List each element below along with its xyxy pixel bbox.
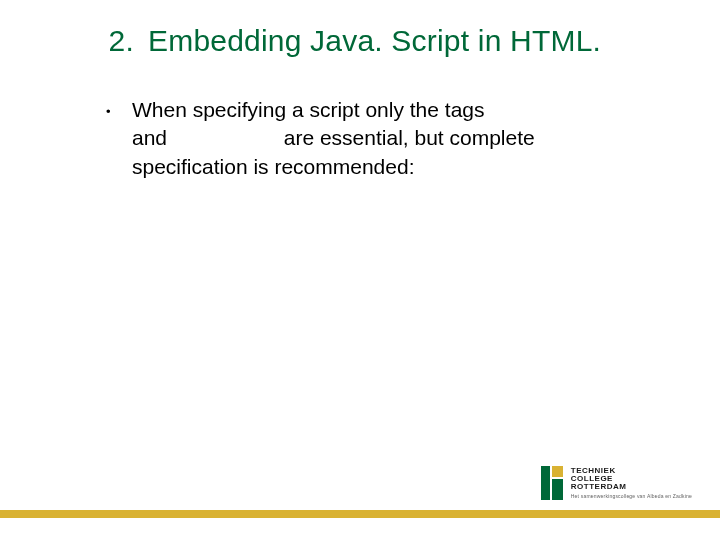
body-line-2b: are essential, but complete — [284, 126, 535, 149]
body-line-2: and are essential, but complete — [132, 124, 602, 152]
body-line-3: specification is recommended: — [132, 153, 602, 181]
institution-logo: TECHNIEK COLLEGE ROTTERDAM Het samenwerk… — [541, 466, 692, 500]
bullet-marker: • — [106, 104, 111, 119]
heading-title: Embedding Java. Script in HTML. — [148, 24, 601, 57]
logo-mark — [541, 466, 563, 500]
logo-line-3: ROTTERDAM — [571, 483, 692, 491]
logo-subtitle: Het samenwerkingscollege van Albeda en Z… — [571, 494, 692, 499]
logo-text: TECHNIEK COLLEGE ROTTERDAM Het samenwerk… — [571, 467, 692, 499]
footer-accent-bar — [0, 510, 720, 518]
slide-heading: 2.Embedding Java. Script in HTML. — [96, 24, 601, 58]
heading-number: 2. — [96, 24, 134, 58]
body-line-1: When specifying a script only the tags — [132, 96, 602, 124]
body-text: When specifying a script only the tags a… — [132, 96, 602, 181]
body-line-2a: and — [132, 126, 167, 149]
